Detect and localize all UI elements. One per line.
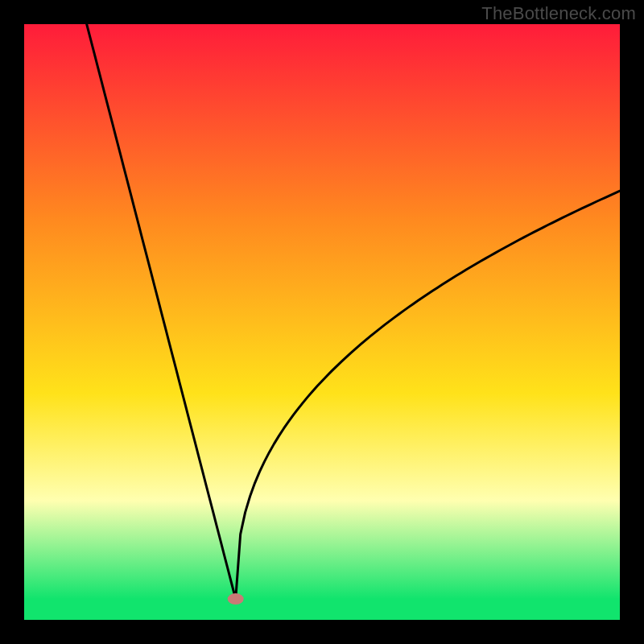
watermark-text: TheBottleneck.com <box>481 3 636 24</box>
chart-frame: TheBottleneck.com <box>0 0 644 644</box>
optimal-marker <box>228 593 244 605</box>
chart-svg <box>24 24 620 620</box>
plot-area <box>24 24 620 620</box>
gradient-background <box>24 24 620 620</box>
